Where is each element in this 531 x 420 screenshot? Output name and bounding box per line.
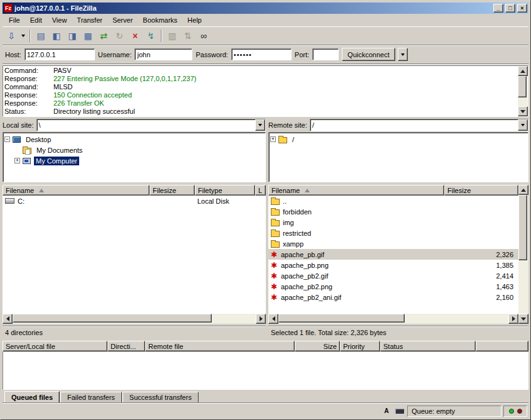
column-header-filesize[interactable]: Filesize [444, 185, 518, 196]
toggle-log-icon[interactable]: ▤ [33, 29, 48, 43]
host-input[interactable] [25, 48, 95, 60]
column-header-filesize[interactable]: Filesize [150, 185, 195, 196]
menu-bookmarks[interactable]: Bookmarks [138, 14, 182, 26]
menu-view[interactable]: View [47, 14, 72, 26]
remote-horizontal-scrollbar[interactable] [268, 314, 518, 324]
quickconnect-bar: Host: Username: Password: Port: Quickcon… [3, 45, 528, 64]
tab-queued-files[interactable]: Queued files [4, 391, 60, 402]
combo-dropdown-icon[interactable] [518, 119, 528, 131]
toggle-queue-icon[interactable]: ▦ [80, 29, 96, 43]
menu-server[interactable]: Server [107, 14, 138, 26]
tab-successful-transfers[interactable]: Successful transfers [123, 392, 199, 402]
column-header-remote-file[interactable]: Remote file [145, 341, 295, 351]
site-manager-dropdown-icon[interactable] [19, 29, 27, 43]
refresh-icon[interactable]: ⇄ [96, 29, 111, 43]
scroll-down-icon[interactable] [518, 314, 528, 324]
message-log: Command:PASV Response:227 Entering Passi… [3, 66, 518, 116]
titlebar[interactable]: Fz john@127.0.0.1 - FileZilla _ □ × [3, 3, 528, 14]
column-header-size[interactable]: Size [295, 341, 340, 351]
quickconnect-button[interactable]: Quickconnect [342, 48, 395, 61]
column-header-filetype[interactable]: Filetype [195, 185, 255, 196]
process-queue-icon: ↻ [112, 29, 127, 43]
combo-dropdown-icon[interactable] [255, 119, 265, 131]
local-site-combo[interactable]: \ [36, 119, 266, 131]
abort-icon[interactable]: × [128, 29, 143, 43]
scroll-right-icon[interactable] [256, 314, 266, 324]
activity-led-green-icon [509, 409, 514, 414]
file-row[interactable]: restricted [268, 228, 518, 238]
column-header-lastmodified[interactable]: L [255, 185, 266, 196]
expand-icon[interactable]: + [270, 136, 276, 142]
column-header-priority[interactable]: Priority [340, 341, 380, 351]
local-site-row: Local site: \ [3, 118, 266, 132]
menu-edit[interactable]: Edit [25, 14, 47, 26]
image-file-icon: ✱ [271, 272, 281, 280]
file-row[interactable]: forbidden [268, 206, 518, 217]
scroll-right-icon[interactable] [508, 314, 518, 324]
quickconnect-dropdown-icon[interactable] [398, 48, 408, 61]
sort-ascending-icon [305, 189, 310, 192]
local-horizontal-scrollbar[interactable] [3, 314, 266, 324]
queue-tabs: Queued files Failed transfers Successful… [3, 390, 528, 402]
column-header-status[interactable]: Status [380, 341, 476, 351]
scroll-up-icon[interactable] [518, 66, 528, 76]
minimize-button[interactable]: _ [493, 4, 503, 13]
menu-transfer[interactable]: Transfer [72, 14, 107, 26]
scroll-left-icon[interactable] [268, 314, 278, 324]
file-row[interactable]: xampp [268, 238, 518, 249]
disconnect-icon[interactable]: ↯ [143, 29, 158, 43]
toggle-local-tree-icon[interactable]: ◧ [49, 29, 64, 43]
local-site-value[interactable]: \ [37, 119, 255, 131]
host-label: Host: [5, 51, 21, 58]
column-header-direction[interactable]: Directi... [107, 341, 145, 351]
remote-list-body: .. forbidden img restricted [268, 196, 518, 314]
column-header-filename[interactable]: Filename [3, 185, 150, 196]
scroll-up-icon[interactable] [518, 185, 528, 195]
file-row[interactable]: .. [268, 196, 518, 206]
tree-item-desktop[interactable]: − Desktop [4, 134, 264, 145]
collapse-icon[interactable]: − [4, 136, 10, 142]
column-header-server-local-file[interactable]: Server/Local file [3, 341, 107, 351]
close-button[interactable]: × [517, 4, 527, 13]
scroll-thumb[interactable] [13, 314, 212, 323]
file-row-selected[interactable]: ✱apache_pb.gif 2,326 [268, 249, 518, 260]
file-row[interactable]: ✱apache_pb2_ani.gif 2,160 [268, 292, 518, 302]
file-row[interactable]: ✱apache_pb.png 1,385 [268, 260, 518, 270]
tree-item-my-documents[interactable]: My Documents [14, 145, 264, 155]
file-row[interactable]: img [268, 217, 518, 228]
expand-icon[interactable]: + [14, 158, 20, 163]
tab-failed-transfers[interactable]: Failed transfers [60, 392, 122, 402]
file-row-c-drive[interactable]: C: Local Disk [3, 196, 266, 206]
local-list-header: Filename Filesize Filetype L [3, 185, 266, 196]
remote-site-combo[interactable]: / [310, 119, 528, 131]
remote-pane: Remote site: / + / Filename Filesize [268, 118, 528, 338]
scroll-thumb[interactable] [518, 76, 527, 97]
keyboard-icon[interactable] [394, 406, 405, 416]
local-directory-tree: − Desktop My Documents + My Computer [3, 132, 266, 182]
port-input[interactable] [312, 48, 339, 60]
find-files-icon[interactable]: ∞ [196, 29, 211, 43]
column-header-filename[interactable]: Filename [268, 185, 444, 196]
remote-vertical-scrollbar[interactable] [518, 185, 528, 324]
menu-help[interactable]: Help [182, 14, 207, 26]
directory-comparison-icon: ▥ [165, 29, 180, 43]
username-input[interactable] [134, 48, 192, 60]
maximize-button[interactable]: □ [505, 4, 515, 13]
transfer-mode-icon[interactable]: A [381, 406, 392, 416]
tree-item-root[interactable]: + / [270, 134, 527, 145]
file-row[interactable]: ✱apache_pb2.png 1,463 [268, 281, 518, 292]
remote-directory-tree: + / [268, 132, 528, 182]
scroll-down-icon[interactable] [518, 106, 528, 116]
tree-item-my-computer[interactable]: + My Computer [14, 155, 264, 166]
site-manager-icon[interactable]: ⇩ [4, 29, 19, 43]
log-scrollbar[interactable] [518, 66, 528, 116]
menu-file[interactable]: File [4, 14, 25, 26]
scroll-thumb[interactable] [278, 314, 405, 323]
scroll-left-icon[interactable] [3, 314, 13, 324]
scroll-thumb[interactable] [518, 195, 527, 260]
file-row[interactable]: ✱apache_pb2.gif 2,414 [268, 270, 518, 281]
toggle-remote-tree-icon[interactable]: ◨ [65, 29, 80, 43]
remote-site-value[interactable]: / [310, 119, 518, 131]
remote-list-header: Filename Filesize [268, 185, 518, 196]
password-input[interactable] [231, 48, 292, 60]
